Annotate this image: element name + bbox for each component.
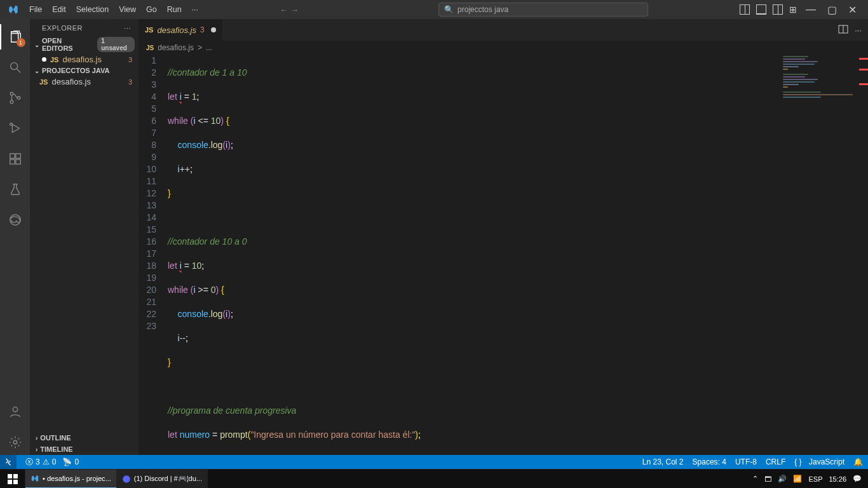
svg-rect-7 bbox=[10, 159, 14, 164]
js-file-icon: JS bbox=[50, 56, 58, 64]
start-button[interactable] bbox=[0, 470, 25, 489]
encoding[interactable]: UTF-8 bbox=[735, 458, 757, 466]
search-tab-icon[interactable] bbox=[0, 55, 31, 80]
open-editor-file[interactable]: JS desafios.js 3 bbox=[31, 53, 139, 65]
activitybar: 1 bbox=[0, 19, 31, 455]
source-control-icon[interactable] bbox=[0, 85, 31, 111]
svg-rect-17 bbox=[13, 480, 18, 484]
chevron-down-icon: ⌄ bbox=[34, 41, 39, 48]
nav-back-icon[interactable]: ← bbox=[280, 5, 288, 15]
window-maximize-icon[interactable]: ▢ bbox=[825, 4, 839, 16]
modified-dot-icon bbox=[42, 57, 46, 62]
layout-sidebar-left-icon[interactable] bbox=[740, 4, 750, 15]
nav-forward-icon[interactable]: → bbox=[290, 5, 299, 15]
settings-gear-icon[interactable] bbox=[0, 430, 31, 455]
tray-volume-icon[interactable]: 🔊 bbox=[778, 475, 787, 483]
problems-status[interactable]: ⓧ3 ⚠0 bbox=[25, 457, 56, 468]
braces-icon: { } bbox=[794, 458, 801, 466]
eol[interactable]: CRLF bbox=[766, 458, 785, 466]
tray-battery-icon[interactable]: 🗔 bbox=[764, 475, 771, 483]
main: 1 EXPLORER ··· ⌄ OPEN EDITORS 1 unsaved … bbox=[0, 19, 868, 455]
svg-rect-15 bbox=[13, 474, 18, 478]
taskbar-vscode[interactable]: • desafios.js - projec... bbox=[25, 470, 117, 489]
menu-more[interactable]: ··· bbox=[187, 0, 203, 19]
sidebar-more-icon[interactable]: ··· bbox=[124, 24, 131, 32]
svg-point-11 bbox=[13, 440, 17, 444]
error-icon: ⓧ bbox=[25, 457, 33, 468]
timeline-section[interactable]: ›TIMELINE bbox=[31, 444, 139, 455]
breadcrumb-file: desafios.js bbox=[158, 43, 194, 52]
editor-tab[interactable]: JS desafios.js 3 bbox=[139, 19, 223, 41]
svg-point-4 bbox=[10, 123, 12, 126]
window-minimize-icon[interactable]: — bbox=[803, 4, 818, 15]
menu-run[interactable]: Run bbox=[162, 0, 187, 19]
layout-customize-icon[interactable]: ⊞ bbox=[789, 4, 797, 15]
svg-rect-16 bbox=[8, 480, 12, 484]
svg-rect-6 bbox=[15, 154, 20, 158]
line-gutter: 1234567891011121314151617181920212223 bbox=[139, 55, 168, 455]
tray-chevron-icon[interactable]: ⌃ bbox=[752, 475, 758, 483]
breadcrumb[interactable]: JS desafios.js > ... bbox=[139, 41, 868, 55]
language-label: JavaScript bbox=[809, 458, 844, 466]
open-editors-label: OPEN EDITORS bbox=[42, 37, 92, 52]
edge-icon[interactable] bbox=[0, 207, 31, 233]
file-name: desafios.js bbox=[62, 55, 101, 64]
menubar: File Edit Selection View Go Run ··· ← → … bbox=[0, 0, 868, 19]
tray-notifications-icon[interactable]: 💬 bbox=[853, 475, 862, 483]
folder-section[interactable]: ⌄ PROJECCTOS JAVA bbox=[31, 65, 139, 76]
menu-view[interactable]: View bbox=[114, 0, 141, 19]
windows-taskbar: • desafios.js - projec... (1) Discord | … bbox=[0, 469, 868, 488]
menu-selection[interactable]: Selection bbox=[71, 0, 114, 19]
svg-point-1 bbox=[10, 92, 13, 95]
search-box[interactable]: 🔍 projecctos java bbox=[438, 3, 648, 17]
notifications-icon[interactable]: 🔔 bbox=[853, 458, 863, 466]
statusbar: ⓧ3 ⚠0 📡0 Ln 23, Col 2 Spaces: 4 UTF-8 CR… bbox=[0, 455, 868, 469]
svg-point-3 bbox=[17, 97, 20, 100]
account-icon[interactable] bbox=[0, 399, 31, 424]
problem-count: 3 bbox=[128, 78, 135, 86]
ports-status[interactable]: 📡0 bbox=[62, 457, 79, 468]
js-file-icon: JS bbox=[39, 78, 48, 86]
chevron-down-icon: ⌄ bbox=[34, 67, 39, 74]
extensions-icon[interactable] bbox=[0, 146, 31, 172]
outline-section[interactable]: ›OUTLINE bbox=[31, 432, 139, 444]
vscode-logo-icon bbox=[8, 4, 19, 15]
status-right: Ln 23, Col 2 Spaces: 4 UTF-8 CRLF { } Ja… bbox=[642, 458, 863, 466]
taskbar-discord[interactable]: (1) Discord | #🎮¦du... bbox=[117, 470, 208, 489]
warning-icon: ⚠ bbox=[43, 458, 50, 466]
tray-clock[interactable]: 15:26 bbox=[829, 475, 846, 483]
editor-tabs: JS desafios.js 3 ··· bbox=[139, 19, 868, 41]
tray-wifi-icon[interactable]: 📶 bbox=[793, 475, 802, 483]
menu-go[interactable]: Go bbox=[141, 0, 162, 19]
indentation[interactable]: Spaces: 4 bbox=[693, 458, 726, 466]
tab-filename: desafios.js bbox=[157, 25, 196, 35]
svg-point-2 bbox=[10, 100, 13, 104]
svg-point-0 bbox=[10, 63, 17, 70]
sidebar-bottom: ›OUTLINE ›TIMELINE bbox=[31, 432, 139, 455]
file-name: desafios.js bbox=[51, 77, 90, 86]
split-editor-icon[interactable] bbox=[838, 24, 848, 36]
testing-icon[interactable] bbox=[0, 177, 31, 202]
open-editors-section[interactable]: ⌄ OPEN EDITORS 1 unsaved bbox=[31, 36, 139, 53]
language-mode[interactable]: { } JavaScript bbox=[794, 458, 844, 466]
explorer-icon[interactable]: 1 bbox=[0, 24, 31, 50]
menu-edit[interactable]: Edit bbox=[47, 0, 71, 19]
code-area[interactable]: 1234567891011121314151617181920212223 //… bbox=[139, 55, 868, 455]
menu-file[interactable]: File bbox=[24, 0, 47, 19]
tray-language[interactable]: ESP bbox=[808, 475, 822, 483]
tab-problems: 3 bbox=[200, 25, 205, 34]
taskbar-vscode-label: • desafios.js - projec... bbox=[43, 475, 111, 482]
cursor-position[interactable]: Ln 23, Col 2 bbox=[642, 458, 684, 466]
remote-indicator[interactable] bbox=[0, 455, 17, 469]
minimap[interactable] bbox=[783, 55, 859, 93]
layout-sidebar-right-icon[interactable] bbox=[773, 4, 783, 15]
error-count: 3 bbox=[36, 458, 40, 466]
overview-ruler[interactable] bbox=[859, 55, 868, 455]
folder-file[interactable]: JS desafios.js 3 bbox=[31, 76, 139, 88]
code-content[interactable]: //contador de 1 a 10 let i = 1; while (i… bbox=[168, 55, 868, 455]
modified-dot-icon bbox=[211, 27, 216, 32]
more-actions-icon[interactable]: ··· bbox=[855, 25, 862, 35]
layout-panel-icon[interactable] bbox=[756, 4, 766, 15]
run-debug-icon[interactable] bbox=[0, 116, 31, 141]
window-close-icon[interactable]: ✕ bbox=[846, 4, 859, 16]
